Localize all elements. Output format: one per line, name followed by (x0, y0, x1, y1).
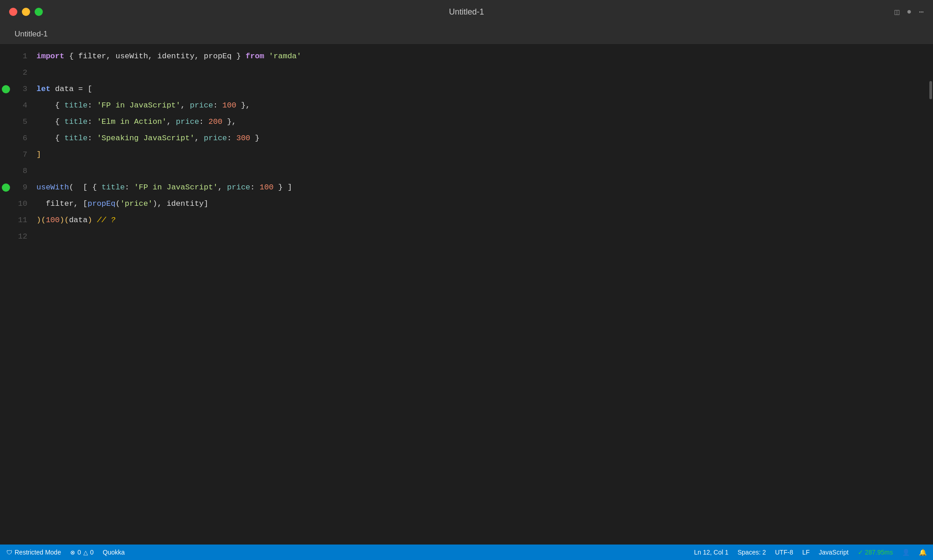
token-plain: }, (236, 97, 251, 114)
token-plain: } (250, 130, 259, 147)
editor-tab[interactable]: Untitled-1 (7, 30, 55, 39)
cursor-position: Ln 12, Col 1 (694, 549, 728, 556)
timing-label: ✓ 287.95ms (858, 549, 893, 556)
line-number-text: 5 (23, 114, 27, 130)
line-number-text: 6 (23, 130, 27, 147)
token-plain: filter, [ (36, 196, 87, 212)
line-ending-item[interactable]: LF (802, 549, 810, 556)
code-line: )(100)(data) // ? (33, 212, 928, 229)
code-line (33, 163, 928, 179)
token-kw-let: let (36, 81, 51, 97)
window-title: Untitled-1 (449, 7, 484, 17)
token-plain: data = [ (51, 81, 92, 97)
token-prop: title (64, 114, 87, 130)
token-plain: ), identity] (153, 196, 208, 212)
token-num: 100 (222, 97, 236, 114)
token-plain: data (69, 212, 87, 229)
token-prop: price (190, 97, 213, 114)
errors-item[interactable]: ⊗ 0 △ 0 (70, 549, 94, 556)
code-line: { title: 'Speaking JavaScript', price: 3… (33, 130, 928, 147)
notifications-icon[interactable]: 🔔 (919, 549, 927, 556)
token-plain: { (36, 130, 64, 147)
scrollbar-thumb[interactable] (929, 81, 932, 99)
token-plain: : (87, 97, 97, 114)
scrollbar[interactable] (928, 45, 933, 545)
line-number-text: 11 (18, 212, 27, 229)
line-number-text: 1 (23, 48, 27, 65)
line-number-row: 11 (0, 212, 33, 229)
breakpoint (2, 85, 10, 93)
token-plain: { (36, 114, 64, 130)
warning-icon: △ (83, 549, 88, 556)
line-number-text: 10 (18, 196, 27, 212)
token-plain: : (87, 130, 97, 147)
token-plain: , (195, 130, 204, 147)
more-actions-icon[interactable]: ⋯ (919, 7, 924, 17)
split-editor-icon[interactable]: ◫ (895, 7, 900, 17)
line-number-text: 8 (23, 163, 27, 179)
token-prop: price (227, 179, 250, 196)
line-number-row: 6 (0, 130, 33, 147)
warning-count: 0 (90, 549, 94, 556)
line-number-row: 7 (0, 147, 33, 163)
line-number-text: 3 (23, 81, 27, 97)
maximize-button[interactable] (35, 8, 43, 16)
line-number-row: 5 (0, 114, 33, 130)
token-plain: : (250, 179, 259, 196)
minimize-button[interactable] (22, 8, 30, 16)
code-line (33, 229, 928, 245)
line-number-text: 7 (23, 147, 27, 163)
token-plain: }, (222, 114, 236, 130)
token-plain: ( [ { (69, 179, 101, 196)
tabbar: Untitled-1 (0, 24, 933, 45)
error-count: 0 (77, 549, 81, 556)
token-bracket: ] (36, 147, 41, 163)
close-button[interactable] (9, 8, 17, 16)
restricted-mode-label: Restricted Mode (15, 549, 61, 556)
encoding-item[interactable]: UTF-8 (775, 549, 793, 556)
code-area[interactable]: import { filter, useWith, identity, prop… (33, 45, 928, 545)
token-kw-from: from (246, 48, 264, 65)
error-icon: ⊗ (70, 549, 75, 556)
token-str: 'Elm in Action' (97, 114, 167, 130)
token-prop: title (102, 179, 125, 196)
token-plain: : (227, 130, 236, 147)
token-bracket: ) (87, 212, 92, 229)
token-str: 'FP in JavaScript' (97, 97, 181, 114)
language-item[interactable]: JavaScript (819, 549, 848, 556)
code-line: let data = [ (33, 81, 928, 97)
line-number-row: 4 (0, 97, 33, 114)
feedback-icon[interactable]: 👤 (902, 549, 910, 556)
token-plain: } (231, 48, 246, 65)
token-bracket: )( (60, 212, 69, 229)
token-plain: { (64, 48, 78, 65)
statusbar: 🛡 Restricted Mode ⊗ 0 △ 0 Quokka Ln 12, … (0, 545, 933, 560)
line-number-row: 2 (0, 65, 33, 81)
line-number-row: 9 (0, 179, 33, 196)
token-plain: filter, useWith, identity, propEq (78, 48, 232, 65)
token-plain: { (36, 97, 64, 114)
token-kw-import: import (36, 48, 64, 65)
token-str: 'FP in JavaScript' (134, 179, 218, 196)
token-comment: // ? (97, 212, 116, 229)
dot-icon: ● (907, 7, 912, 16)
line-number-text: 9 (23, 179, 27, 196)
token-plain (264, 48, 269, 65)
token-prop: price (204, 130, 227, 147)
token-num: 100 (260, 179, 274, 196)
quokka-item[interactable]: Quokka (103, 549, 125, 556)
token-plain (92, 212, 97, 229)
restricted-mode-item[interactable]: 🛡 Restricted Mode (6, 549, 61, 556)
token-plain: : (87, 114, 97, 130)
titlebar-actions: ◫ ● ⋯ (895, 7, 924, 17)
editor: 123456789101112 import { filter, useWith… (0, 45, 933, 545)
statusbar-right: Ln 12, Col 1 Spaces: 2 UTF-8 LF JavaScri… (694, 549, 927, 556)
encoding-label: UTF-8 (775, 549, 793, 556)
position-item[interactable]: Ln 12, Col 1 (694, 549, 728, 556)
token-plain: ( (115, 196, 120, 212)
token-prop: price (176, 114, 199, 130)
code-line: filter, [propEq('price'), identity] (33, 196, 928, 212)
code-line: { title: 'Elm in Action', price: 200 }, (33, 114, 928, 130)
line-ending-label: LF (802, 549, 810, 556)
spaces-item[interactable]: Spaces: 2 (738, 549, 766, 556)
